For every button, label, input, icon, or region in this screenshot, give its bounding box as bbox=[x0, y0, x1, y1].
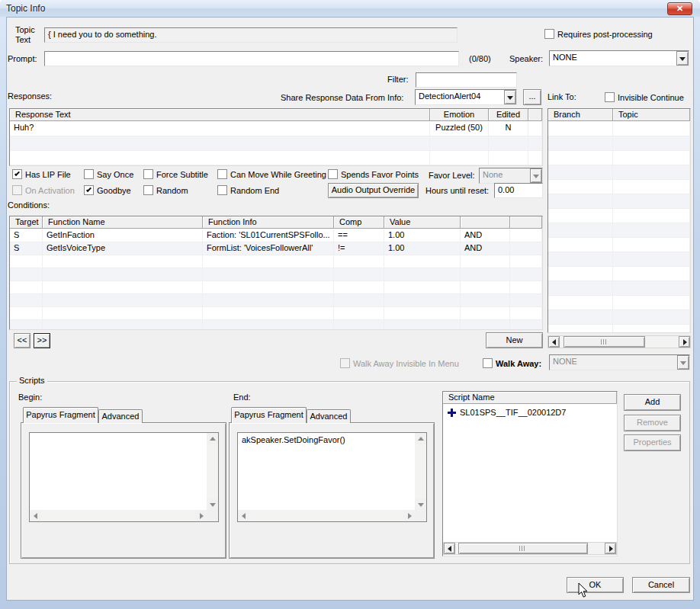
char-count: (0/80) bbox=[469, 54, 491, 63]
topic-info-window: Topic Info ✕ Topic Text { I need you to … bbox=[0, 0, 700, 609]
column-header[interactable]: Branch bbox=[548, 109, 613, 121]
begin-tab-papyrus-fragment[interactable]: Papyrus Fragment bbox=[23, 407, 98, 423]
table-row[interactable]: Huh?Puzzled (50)N bbox=[10, 122, 542, 136]
column-header[interactable] bbox=[528, 109, 542, 121]
table-row-empty bbox=[548, 252, 690, 267]
prev-condition-button[interactable]: << bbox=[14, 333, 31, 348]
scroll-down-icon[interactable] bbox=[415, 498, 426, 510]
scroll-down-icon[interactable] bbox=[207, 498, 218, 510]
checkbox-box bbox=[544, 29, 554, 39]
table-row-empty bbox=[548, 296, 690, 310]
checkbox-box bbox=[605, 92, 615, 102]
walk-away-select: NONE bbox=[549, 354, 690, 370]
script-list-hscrollbar[interactable] bbox=[443, 542, 617, 555]
chevron-down-icon[interactable] bbox=[504, 90, 516, 104]
filter-label: Filter: bbox=[387, 75, 409, 84]
end-tab-papyrus-fragment[interactable]: Papyrus Fragment bbox=[231, 407, 307, 423]
add-script-button[interactable]: Add bbox=[624, 394, 681, 411]
scroll-left-icon[interactable] bbox=[238, 510, 249, 521]
close-icon[interactable]: ✕ bbox=[667, 2, 692, 15]
table-row-empty bbox=[548, 325, 690, 333]
share-response-label: Share Response Data From Info: bbox=[281, 93, 403, 102]
end-label: End: bbox=[233, 393, 251, 402]
column-header[interactable]: Comp bbox=[334, 216, 384, 229]
prompt-label: Prompt: bbox=[8, 54, 37, 63]
speaker-select[interactable]: NONE bbox=[549, 50, 689, 66]
column-header[interactable] bbox=[510, 216, 542, 229]
next-condition-button[interactable]: >> bbox=[34, 333, 50, 348]
table-row-empty bbox=[548, 238, 690, 252]
table-row-empty bbox=[10, 255, 542, 268]
table-row-empty bbox=[548, 122, 690, 136]
begin-fragment-textarea[interactable] bbox=[29, 432, 219, 522]
column-header[interactable]: Topic bbox=[613, 109, 690, 121]
ok-button[interactable]: OK bbox=[567, 577, 624, 593]
table-row-empty bbox=[10, 281, 542, 294]
script-list[interactable]: Script NameSL01SPS__TIF__020012D7 bbox=[442, 391, 618, 556]
begin-tab-advanced[interactable]: Advanced bbox=[98, 409, 143, 423]
column-header[interactable]: Function Info bbox=[203, 216, 334, 229]
table-row[interactable]: SGetInFactionFaction: 'SL01CurrentSPSFol… bbox=[10, 229, 542, 242]
plus-icon bbox=[448, 409, 456, 417]
table-row-empty bbox=[10, 136, 542, 151]
scrollbar-thumb[interactable] bbox=[458, 543, 588, 554]
table-row-empty bbox=[548, 136, 690, 151]
table-row[interactable]: SGetIsVoiceTypeFormList: 'VoicesFollower… bbox=[10, 242, 542, 255]
end-fragment-textarea[interactable]: akSpeaker.SetDoingFavor() bbox=[237, 432, 427, 522]
response-table[interactable]: Response TextEmotionEditedHuh?Puzzled (5… bbox=[9, 108, 543, 166]
title-bar[interactable]: Topic Info ✕ bbox=[0, 0, 700, 17]
properties-button[interactable]: Properties bbox=[624, 434, 681, 451]
scrollbar-thumb[interactable] bbox=[564, 336, 645, 348]
column-header[interactable]: Edited bbox=[489, 109, 528, 121]
mouse-cursor-icon bbox=[578, 582, 589, 598]
new-condition-button[interactable]: New bbox=[486, 332, 543, 348]
begin-label: Begin: bbox=[18, 393, 42, 402]
end-tab-advanced[interactable]: Advanced bbox=[307, 409, 351, 423]
column-header[interactable] bbox=[461, 216, 510, 229]
script-list-item[interactable]: SL01SPS__TIF__020012D7 bbox=[443, 407, 617, 420]
hours-until-reset-field[interactable]: 0.00 bbox=[494, 183, 543, 198]
scroll-up-icon[interactable] bbox=[415, 433, 426, 444]
conditions-label: Conditions: bbox=[8, 200, 50, 210]
conditions-table[interactable]: TargetFunction NameFunction InfoCompValu… bbox=[9, 216, 543, 330]
responses-label: Responses: bbox=[8, 91, 52, 101]
window-title: Topic Info bbox=[6, 3, 45, 14]
chevron-down-icon bbox=[677, 355, 689, 370]
filter-input[interactable] bbox=[416, 72, 517, 88]
chevron-down-icon bbox=[530, 168, 542, 183]
column-header[interactable]: Value bbox=[384, 216, 461, 229]
scroll-up-icon[interactable] bbox=[207, 433, 218, 444]
table-row-empty bbox=[10, 307, 542, 320]
table-row-empty bbox=[548, 281, 690, 296]
chevron-down-icon[interactable] bbox=[676, 51, 689, 66]
prompt-field[interactable] bbox=[44, 51, 459, 66]
scroll-left-icon[interactable] bbox=[548, 336, 560, 348]
table-row-empty bbox=[548, 267, 690, 281]
scroll-right-icon[interactable] bbox=[679, 336, 690, 348]
column-header[interactable]: Script Name bbox=[443, 392, 617, 404]
column-header[interactable]: Target bbox=[10, 216, 43, 229]
column-header[interactable]: Emotion bbox=[430, 109, 489, 121]
share-browse-button[interactable]: ... bbox=[523, 89, 541, 105]
topic-text-label: Topic Text bbox=[15, 25, 43, 45]
scroll-right-icon[interactable] bbox=[403, 510, 415, 521]
link-to-label: Link To: bbox=[547, 92, 576, 101]
favor-level-label: Favor Level: bbox=[429, 171, 475, 180]
column-header[interactable]: Function Name bbox=[43, 216, 203, 229]
table-row-empty bbox=[548, 310, 690, 325]
share-response-select[interactable]: DetectionAlert04 bbox=[415, 89, 517, 105]
link-table-hscrollbar[interactable] bbox=[547, 335, 691, 348]
table-row-empty bbox=[10, 320, 542, 330]
speaker-label: Speaker: bbox=[509, 54, 543, 63]
cancel-button[interactable]: Cancel bbox=[632, 577, 690, 593]
table-row-empty bbox=[10, 268, 542, 281]
audio-output-override-button[interactable]: Audio Output Override bbox=[328, 183, 419, 198]
scroll-right-icon[interactable] bbox=[605, 543, 616, 554]
scroll-left-icon[interactable] bbox=[444, 543, 455, 554]
topic-text-field[interactable]: { I need you to do something. bbox=[44, 27, 458, 43]
link-to-table[interactable]: BranchTopic bbox=[547, 108, 691, 333]
scroll-right-icon[interactable] bbox=[195, 510, 207, 521]
scroll-left-icon[interactable] bbox=[30, 510, 41, 521]
remove-script-button[interactable]: Remove bbox=[624, 415, 681, 431]
column-header[interactable]: Response Text bbox=[10, 109, 430, 121]
